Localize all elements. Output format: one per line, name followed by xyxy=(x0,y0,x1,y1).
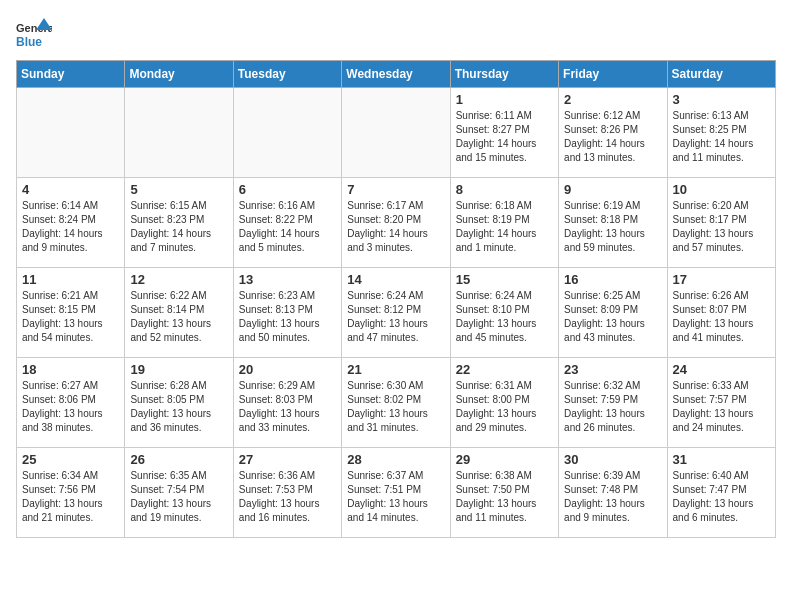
day-number: 7 xyxy=(347,182,444,197)
day-number: 24 xyxy=(673,362,770,377)
calendar-cell: 28Sunrise: 6:37 AM Sunset: 7:51 PM Dayli… xyxy=(342,448,450,538)
day-info: Sunrise: 6:17 AM Sunset: 8:20 PM Dayligh… xyxy=(347,199,444,255)
weekday-header-tuesday: Tuesday xyxy=(233,61,341,88)
calendar-cell: 3Sunrise: 6:13 AM Sunset: 8:25 PM Daylig… xyxy=(667,88,775,178)
day-info: Sunrise: 6:35 AM Sunset: 7:54 PM Dayligh… xyxy=(130,469,227,525)
day-number: 22 xyxy=(456,362,553,377)
weekday-header-saturday: Saturday xyxy=(667,61,775,88)
calendar-cell: 15Sunrise: 6:24 AM Sunset: 8:10 PM Dayli… xyxy=(450,268,558,358)
calendar-cell: 11Sunrise: 6:21 AM Sunset: 8:15 PM Dayli… xyxy=(17,268,125,358)
day-info: Sunrise: 6:33 AM Sunset: 7:57 PM Dayligh… xyxy=(673,379,770,435)
day-number: 13 xyxy=(239,272,336,287)
calendar-cell: 12Sunrise: 6:22 AM Sunset: 8:14 PM Dayli… xyxy=(125,268,233,358)
day-number: 11 xyxy=(22,272,119,287)
calendar-cell xyxy=(342,88,450,178)
calendar-cell: 5Sunrise: 6:15 AM Sunset: 8:23 PM Daylig… xyxy=(125,178,233,268)
calendar-cell: 31Sunrise: 6:40 AM Sunset: 7:47 PM Dayli… xyxy=(667,448,775,538)
calendar-cell: 21Sunrise: 6:30 AM Sunset: 8:02 PM Dayli… xyxy=(342,358,450,448)
calendar-cell xyxy=(17,88,125,178)
day-info: Sunrise: 6:19 AM Sunset: 8:18 PM Dayligh… xyxy=(564,199,661,255)
calendar-cell: 26Sunrise: 6:35 AM Sunset: 7:54 PM Dayli… xyxy=(125,448,233,538)
calendar-cell: 1Sunrise: 6:11 AM Sunset: 8:27 PM Daylig… xyxy=(450,88,558,178)
calendar-cell: 4Sunrise: 6:14 AM Sunset: 8:24 PM Daylig… xyxy=(17,178,125,268)
day-number: 31 xyxy=(673,452,770,467)
day-info: Sunrise: 6:36 AM Sunset: 7:53 PM Dayligh… xyxy=(239,469,336,525)
day-info: Sunrise: 6:13 AM Sunset: 8:25 PM Dayligh… xyxy=(673,109,770,165)
day-info: Sunrise: 6:11 AM Sunset: 8:27 PM Dayligh… xyxy=(456,109,553,165)
calendar-cell xyxy=(233,88,341,178)
calendar-cell: 25Sunrise: 6:34 AM Sunset: 7:56 PM Dayli… xyxy=(17,448,125,538)
day-number: 26 xyxy=(130,452,227,467)
day-number: 3 xyxy=(673,92,770,107)
day-number: 20 xyxy=(239,362,336,377)
day-info: Sunrise: 6:23 AM Sunset: 8:13 PM Dayligh… xyxy=(239,289,336,345)
day-info: Sunrise: 6:24 AM Sunset: 8:10 PM Dayligh… xyxy=(456,289,553,345)
day-number: 30 xyxy=(564,452,661,467)
day-info: Sunrise: 6:28 AM Sunset: 8:05 PM Dayligh… xyxy=(130,379,227,435)
day-info: Sunrise: 6:26 AM Sunset: 8:07 PM Dayligh… xyxy=(673,289,770,345)
day-number: 10 xyxy=(673,182,770,197)
day-info: Sunrise: 6:30 AM Sunset: 8:02 PM Dayligh… xyxy=(347,379,444,435)
weekday-header-thursday: Thursday xyxy=(450,61,558,88)
calendar-cell: 29Sunrise: 6:38 AM Sunset: 7:50 PM Dayli… xyxy=(450,448,558,538)
day-info: Sunrise: 6:34 AM Sunset: 7:56 PM Dayligh… xyxy=(22,469,119,525)
day-number: 28 xyxy=(347,452,444,467)
calendar-cell: 18Sunrise: 6:27 AM Sunset: 8:06 PM Dayli… xyxy=(17,358,125,448)
logo: General Blue xyxy=(16,16,52,52)
day-info: Sunrise: 6:12 AM Sunset: 8:26 PM Dayligh… xyxy=(564,109,661,165)
calendar-cell: 24Sunrise: 6:33 AM Sunset: 7:57 PM Dayli… xyxy=(667,358,775,448)
day-info: Sunrise: 6:14 AM Sunset: 8:24 PM Dayligh… xyxy=(22,199,119,255)
calendar-cell xyxy=(125,88,233,178)
weekday-header-wednesday: Wednesday xyxy=(342,61,450,88)
day-number: 5 xyxy=(130,182,227,197)
day-number: 27 xyxy=(239,452,336,467)
day-number: 21 xyxy=(347,362,444,377)
day-number: 8 xyxy=(456,182,553,197)
calendar-cell: 8Sunrise: 6:18 AM Sunset: 8:19 PM Daylig… xyxy=(450,178,558,268)
calendar-week-3: 18Sunrise: 6:27 AM Sunset: 8:06 PM Dayli… xyxy=(17,358,776,448)
calendar-week-2: 11Sunrise: 6:21 AM Sunset: 8:15 PM Dayli… xyxy=(17,268,776,358)
calendar-week-1: 4Sunrise: 6:14 AM Sunset: 8:24 PM Daylig… xyxy=(17,178,776,268)
day-number: 2 xyxy=(564,92,661,107)
day-info: Sunrise: 6:25 AM Sunset: 8:09 PM Dayligh… xyxy=(564,289,661,345)
day-number: 29 xyxy=(456,452,553,467)
day-number: 1 xyxy=(456,92,553,107)
day-number: 4 xyxy=(22,182,119,197)
calendar-cell: 13Sunrise: 6:23 AM Sunset: 8:13 PM Dayli… xyxy=(233,268,341,358)
day-info: Sunrise: 6:18 AM Sunset: 8:19 PM Dayligh… xyxy=(456,199,553,255)
weekday-header-sunday: Sunday xyxy=(17,61,125,88)
day-info: Sunrise: 6:32 AM Sunset: 7:59 PM Dayligh… xyxy=(564,379,661,435)
day-number: 25 xyxy=(22,452,119,467)
svg-text:Blue: Blue xyxy=(16,35,42,49)
day-number: 6 xyxy=(239,182,336,197)
calendar-cell: 30Sunrise: 6:39 AM Sunset: 7:48 PM Dayli… xyxy=(559,448,667,538)
day-number: 12 xyxy=(130,272,227,287)
calendar-week-4: 25Sunrise: 6:34 AM Sunset: 7:56 PM Dayli… xyxy=(17,448,776,538)
calendar: SundayMondayTuesdayWednesdayThursdayFrid… xyxy=(16,60,776,538)
day-info: Sunrise: 6:22 AM Sunset: 8:14 PM Dayligh… xyxy=(130,289,227,345)
weekday-header-row: SundayMondayTuesdayWednesdayThursdayFrid… xyxy=(17,61,776,88)
day-number: 14 xyxy=(347,272,444,287)
day-number: 9 xyxy=(564,182,661,197)
day-info: Sunrise: 6:31 AM Sunset: 8:00 PM Dayligh… xyxy=(456,379,553,435)
day-info: Sunrise: 6:21 AM Sunset: 8:15 PM Dayligh… xyxy=(22,289,119,345)
day-info: Sunrise: 6:27 AM Sunset: 8:06 PM Dayligh… xyxy=(22,379,119,435)
day-number: 17 xyxy=(673,272,770,287)
weekday-header-monday: Monday xyxy=(125,61,233,88)
day-info: Sunrise: 6:15 AM Sunset: 8:23 PM Dayligh… xyxy=(130,199,227,255)
day-info: Sunrise: 6:20 AM Sunset: 8:17 PM Dayligh… xyxy=(673,199,770,255)
calendar-cell: 10Sunrise: 6:20 AM Sunset: 8:17 PM Dayli… xyxy=(667,178,775,268)
day-info: Sunrise: 6:24 AM Sunset: 8:12 PM Dayligh… xyxy=(347,289,444,345)
day-info: Sunrise: 6:40 AM Sunset: 7:47 PM Dayligh… xyxy=(673,469,770,525)
calendar-cell: 27Sunrise: 6:36 AM Sunset: 7:53 PM Dayli… xyxy=(233,448,341,538)
calendar-cell: 19Sunrise: 6:28 AM Sunset: 8:05 PM Dayli… xyxy=(125,358,233,448)
day-number: 15 xyxy=(456,272,553,287)
day-number: 19 xyxy=(130,362,227,377)
day-number: 16 xyxy=(564,272,661,287)
calendar-week-0: 1Sunrise: 6:11 AM Sunset: 8:27 PM Daylig… xyxy=(17,88,776,178)
day-info: Sunrise: 6:37 AM Sunset: 7:51 PM Dayligh… xyxy=(347,469,444,525)
calendar-cell: 22Sunrise: 6:31 AM Sunset: 8:00 PM Dayli… xyxy=(450,358,558,448)
day-info: Sunrise: 6:39 AM Sunset: 7:48 PM Dayligh… xyxy=(564,469,661,525)
calendar-cell: 2Sunrise: 6:12 AM Sunset: 8:26 PM Daylig… xyxy=(559,88,667,178)
day-info: Sunrise: 6:16 AM Sunset: 8:22 PM Dayligh… xyxy=(239,199,336,255)
